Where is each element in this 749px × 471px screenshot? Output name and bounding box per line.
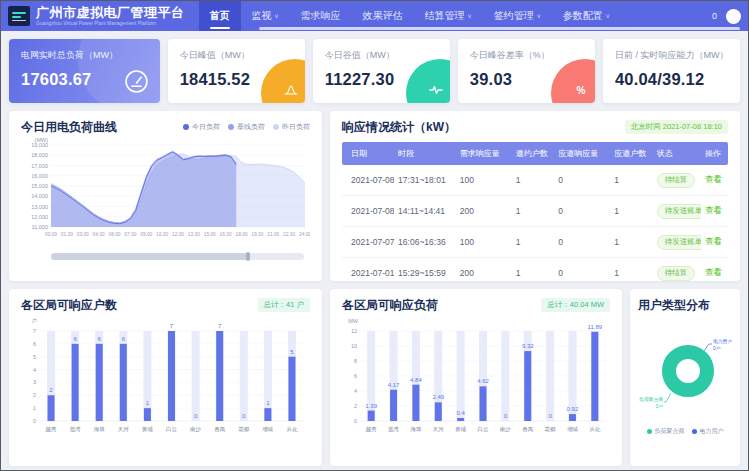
svg-text:14,000: 14,000 [31,193,48,199]
gauge-icon [124,69,149,94]
response-table-body: 2021-07-0817:31~18:01100101待结算查看2021-07-… [342,165,728,281]
svg-text:04:30: 04:30 [93,232,105,237]
svg-text:白云: 白云 [478,426,490,433]
svg-text:5: 5 [33,354,36,360]
table-row: 2021-07-0716:06~16:36100101待发送账单查看 [342,227,728,258]
column-header: 邀约户数 [512,142,554,165]
svg-text:12: 12 [351,328,357,334]
svg-text:15:00: 15:00 [204,232,216,237]
svg-text:22:30: 22:30 [283,232,295,237]
svg-text:10: 10 [351,343,357,349]
svg-text:8: 8 [354,358,357,364]
svg-text:10:30: 10:30 [156,232,168,237]
svg-text:16:30: 16:30 [220,232,232,237]
chart-zoom-slider[interactable] [51,253,304,260]
legend-item[interactable]: 昨日负荷 [273,122,310,132]
view-link[interactable]: 查看 [705,174,722,184]
svg-text:6: 6 [354,373,357,379]
kpi-label: 电网实时总负荷（MW） [21,49,148,62]
svg-text:白云: 白云 [166,426,178,433]
view-link[interactable]: 查看 [705,267,722,277]
column-header: 状态 [653,142,701,165]
view-link[interactable]: 查看 [705,236,722,246]
kpi-value: 40.04/39.12 [615,70,728,89]
svg-text:3户: 3户 [656,403,664,409]
svg-text:越秀: 越秀 [46,426,58,433]
svg-text:海珠: 海珠 [410,426,422,433]
avatar[interactable] [726,9,741,24]
svg-text:%: % [576,85,585,96]
corner-decoration [261,59,305,103]
svg-text:01:30: 01:30 [61,232,73,237]
kpi-card-today-valley: 今日谷值（MW） 11227.30 [313,39,450,103]
svg-text:2.49: 2.49 [432,394,444,400]
kpi-card-peak-valley-rate: 今日峰谷差率（%） 39.03 % [458,39,595,103]
user-type-legend: 负荷聚合商电力用户 [638,427,732,436]
svg-text:1: 1 [33,405,36,411]
svg-text:MW: MW [348,318,359,324]
svg-text:21:00: 21:00 [267,232,279,237]
kpi-row: 电网实时总负荷（MW） 17603.67 今日峰值（MW） 18415.52 今 [9,39,740,103]
notification-count[interactable]: 0 [712,11,717,21]
svg-text:7: 7 [218,323,222,329]
header-strip [259,27,740,31]
panel-title: 各区局可响应负荷 [342,297,438,314]
total-load-badge: 总计：40.04 MW [541,298,610,312]
legend-item[interactable]: 基线负荷 [228,122,265,132]
legend-item[interactable]: 电力用户 [692,427,724,436]
corner-decoration [551,59,595,103]
svg-text:13:30: 13:30 [188,232,200,237]
bottom-row: 各区局可响应户数 总计：41 户 01234567户2越秀6荔湾6海珠6天河1黄… [9,289,740,466]
svg-text:07:30: 07:30 [124,232,136,237]
kpi-label: 今日峰谷差率（%） [470,49,583,62]
svg-text:13,000: 13,000 [31,204,48,210]
panel-title: 响应情况统计（kW） [342,119,456,136]
kpi-card-realtime-total-load: 电网实时总负荷（MW） 17603.67 [9,39,160,103]
svg-text:6: 6 [33,341,36,347]
district-load-chart: 024681012MW1.39越秀4.17荔湾4.84海珠2.49天河0.4黄埔… [342,315,612,449]
kpi-label: 日前 / 实时响应能力（MW） [615,49,728,62]
legend-item[interactable]: 今日负荷 [183,122,220,132]
svg-text:4: 4 [354,388,357,394]
main-row: 今日用电负荷曲线 今日负荷基线负荷昨日负荷 11,00012,00013,000… [9,111,740,281]
panel-title: 用户类型分布 [638,297,710,314]
svg-text:19:30: 19:30 [251,232,263,237]
load-legend: 今日负荷基线负荷昨日负荷 [183,122,310,132]
svg-text:天河: 天河 [118,426,129,433]
svg-text:16,000: 16,000 [31,173,48,179]
kpi-label: 今日峰值（MW） [180,49,293,62]
nav-item-home[interactable]: 首页 [199,1,241,31]
legend-item[interactable]: 负荷聚合商 [647,427,685,436]
svg-text:天河: 天河 [433,426,445,433]
svg-text:24:00: 24:00 [299,232,310,237]
app-title: 广州市虚拟电厂管理平台 [36,6,185,20]
svg-text:增城: 增城 [262,426,274,432]
zoom-handle[interactable] [246,252,250,261]
view-link[interactable]: 查看 [705,205,722,215]
district-users-panel: 各区局可响应户数 总计：41 户 01234567户2越秀6荔湾6海珠6天河1黄… [9,289,322,466]
svg-text:11.89: 11.89 [588,324,603,330]
svg-text:03:00: 03:00 [77,232,89,237]
svg-text:2: 2 [33,392,36,398]
response-stats-panel: 响应情况统计（kW） 北京时间 2021-07-08 18:10 日期时段需求响… [330,111,740,281]
svg-text:15,000: 15,000 [31,183,48,189]
svg-text:0.92: 0.92 [567,406,579,412]
status-badge: 待发送账单 [657,235,701,250]
column-header: 操作 [701,142,728,165]
status-badge: 待结算 [657,266,696,281]
svg-text:负荷聚合商: 负荷聚合商 [639,396,663,403]
svg-text:从化: 从化 [589,426,601,433]
svg-text:荔湾: 荔湾 [70,426,82,433]
zoom-selected-range [51,253,248,260]
svg-text:越秀: 越秀 [366,426,378,433]
svg-text:00:00: 00:00 [45,232,57,237]
panel-title: 今日用电负荷曲线 [21,119,117,136]
column-header: 需求响应量 [456,142,512,165]
column-header: 应邀户数 [610,142,652,165]
table-row: 2021-07-0115:29~15:59200101待结算查看 [342,258,728,282]
svg-text:从化: 从化 [286,426,298,433]
svg-text:12:00: 12:00 [172,232,184,237]
svg-text:12,000: 12,000 [31,214,48,220]
svg-text:0: 0 [33,418,36,424]
svg-text:南沙: 南沙 [500,426,512,433]
